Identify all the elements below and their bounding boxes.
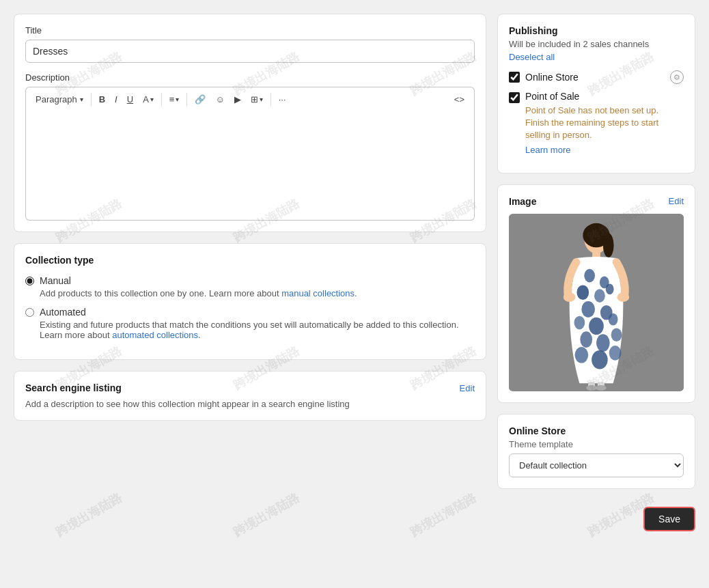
image-edit-link[interactable]: Edit	[669, 196, 684, 206]
bold-button[interactable]: B	[95, 92, 109, 107]
toolbar-separator-3	[186, 93, 187, 107]
svg-point-21	[564, 292, 576, 302]
svg-point-17	[611, 328, 622, 341]
description-label: Description	[25, 72, 475, 83]
right-column: Publishing Will be included in 2 sales c…	[497, 14, 695, 531]
svg-point-20	[609, 346, 622, 361]
online-store-title: Online Store	[509, 425, 684, 436]
chevron-down-icon: ▾	[80, 96, 83, 103]
manual-option: Manual Add products to this collection o…	[25, 275, 475, 298]
chevron-down-icon: ▾	[176, 96, 179, 103]
pos-checkbox[interactable]	[509, 92, 520, 103]
manual-radio[interactable]	[25, 277, 34, 285]
pos-warning: Point of Sale has not been set up. Finis…	[525, 104, 684, 142]
title-description-card: Title Description Paragraph ▾ B I	[14, 14, 486, 232]
description-editor[interactable]	[25, 111, 475, 221]
svg-point-15	[580, 331, 592, 348]
image-card-title: Image	[509, 196, 536, 207]
paragraph-dropdown[interactable]: Paragraph ▾	[31, 92, 87, 107]
svg-point-25	[586, 385, 597, 391]
svg-point-12	[574, 316, 585, 329]
seo-title: Search engine listing	[25, 382, 122, 393]
manual-label[interactable]: Manual	[40, 275, 71, 286]
svg-point-5	[584, 268, 595, 282]
save-bar: Save	[497, 500, 695, 531]
more-button[interactable]: ···	[275, 92, 290, 107]
svg-point-13	[589, 317, 604, 335]
collection-type-title: Collection type	[25, 255, 475, 266]
channel-pos: Point of Sale Point of Sale has not been…	[509, 91, 684, 155]
svg-point-8	[594, 289, 605, 303]
theme-template-select[interactable]: Default collection	[509, 453, 684, 477]
table-button[interactable]: ⊞ ▾	[247, 92, 267, 107]
svg-point-26	[596, 385, 607, 391]
italic-button[interactable]: I	[111, 92, 122, 107]
deselect-all-link[interactable]: Deselect all	[509, 52, 684, 62]
editor-toolbar: Paragraph ▾ B I U A ▾	[25, 87, 475, 111]
product-image	[509, 214, 684, 391]
svg-point-3	[603, 233, 614, 257]
chevron-down-icon: ▾	[150, 96, 154, 103]
svg-point-14	[609, 313, 618, 325]
toolbar-separator-4	[270, 93, 271, 107]
image-card: Image Edit	[497, 184, 695, 403]
theme-template-label: Theme template	[509, 439, 684, 449]
manual-collections-link[interactable]: manual collections	[281, 288, 354, 298]
title-input[interactable]	[25, 40, 475, 63]
publishing-title: Publishing	[509, 25, 684, 36]
left-column: Title Description Paragraph ▾ B I	[14, 14, 486, 531]
underline-button[interactable]: U	[123, 92, 137, 107]
automated-label[interactable]: Automated	[40, 307, 86, 318]
settings-icon: ⚙	[670, 70, 684, 84]
code-button[interactable]: <>	[450, 92, 469, 107]
text-color-button[interactable]: A ▾	[139, 92, 158, 107]
seo-card: Search engine listing Edit Add a descrip…	[14, 371, 486, 421]
play-button[interactable]: ▶	[230, 92, 245, 107]
svg-point-9	[606, 283, 614, 294]
emoji-button[interactable]: ☺	[211, 92, 228, 107]
toolbar-separator	[91, 93, 92, 107]
svg-point-22	[617, 292, 630, 302]
seo-edit-link[interactable]: Edit	[460, 383, 475, 393]
toolbar-separator-2	[161, 93, 162, 107]
publishing-subtitle: Will be included in 2 sales channels	[509, 39, 684, 49]
online-store-checkbox[interactable]	[509, 72, 520, 83]
image-card-header: Image Edit	[509, 196, 684, 207]
align-button[interactable]: ≡ ▾	[165, 92, 184, 107]
seo-header: Search engine listing Edit	[25, 382, 475, 393]
channel-online-store: Online Store ⚙	[509, 70, 684, 84]
link-button[interactable]: 🔗	[191, 92, 210, 107]
svg-point-16	[596, 334, 610, 352]
collection-type-card: Collection type Manual Add products to t…	[14, 243, 486, 360]
online-store-label[interactable]: Online Store	[525, 72, 579, 83]
seo-description: Add a description to see how this collec…	[25, 399, 475, 409]
automated-collections-link[interactable]: automated collections	[112, 330, 198, 340]
svg-point-19	[592, 350, 608, 369]
automated-option: Automated Existing and future products t…	[25, 307, 475, 340]
dress-svg	[509, 214, 684, 391]
svg-point-7	[576, 285, 589, 300]
save-button[interactable]: Save	[643, 507, 695, 531]
automated-radio[interactable]	[25, 308, 34, 317]
title-label: Title	[25, 25, 475, 36]
learn-more-link[interactable]: Learn more	[525, 145, 570, 155]
online-store-card: Online Store Theme template Default coll…	[497, 414, 695, 489]
svg-point-18	[574, 347, 588, 363]
chevron-down-icon: ▾	[260, 96, 263, 103]
pos-label[interactable]: Point of Sale	[525, 91, 579, 102]
publishing-card: Publishing Will be included in 2 sales c…	[497, 14, 695, 173]
svg-point-10	[581, 301, 595, 318]
automated-desc: Existing and future products that match …	[40, 320, 475, 340]
manual-desc: Add products to this collection one by o…	[40, 288, 357, 298]
